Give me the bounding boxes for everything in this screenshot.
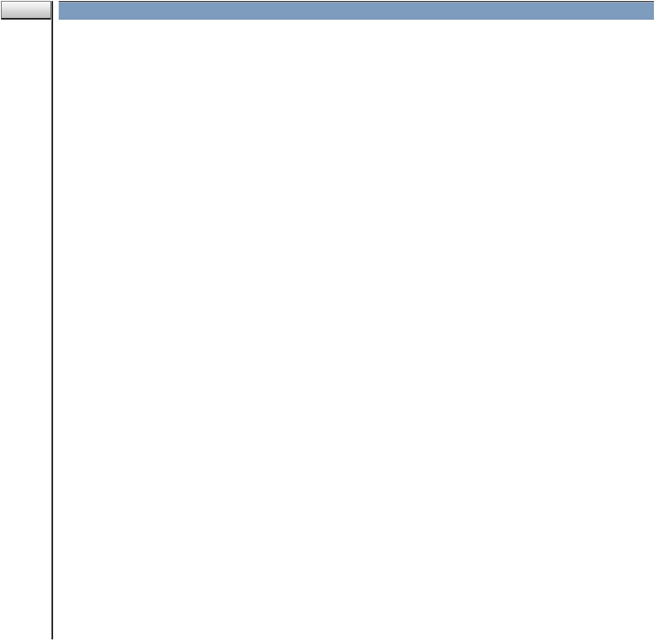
header-column-divider [51,1,53,639]
corner-cell[interactable] [1,1,51,20]
column-header-A[interactable] [59,1,654,20]
spl-spreadsheet [0,0,656,644]
